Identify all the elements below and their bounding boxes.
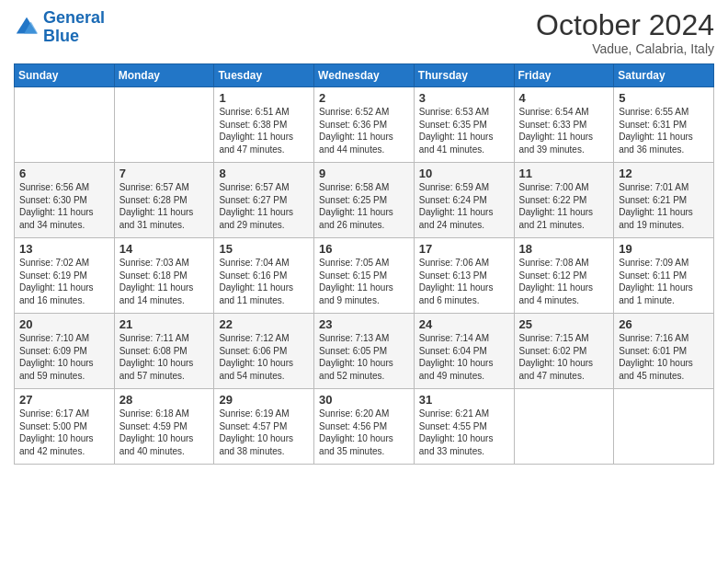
weekday-header-row: SundayMondayTuesdayWednesdayThursdayFrid… (15, 64, 714, 87)
calendar-cell: 28Sunrise: 6:18 AM Sunset: 4:59 PM Dayli… (114, 389, 214, 465)
calendar-table: SundayMondayTuesdayWednesdayThursdayFrid… (14, 63, 714, 465)
day-number: 26 (619, 317, 709, 331)
day-info: Sunrise: 6:17 AM Sunset: 5:00 PM Dayligh… (19, 408, 109, 457)
calendar-cell (514, 389, 614, 465)
calendar-cell: 6Sunrise: 6:56 AM Sunset: 6:30 PM Daylig… (15, 163, 115, 238)
weekday-header-wednesday: Wednesday (314, 64, 415, 87)
calendar-week-row: 13Sunrise: 7:02 AM Sunset: 6:19 PM Dayli… (15, 238, 714, 314)
day-info: Sunrise: 6:19 AM Sunset: 4:57 PM Dayligh… (219, 408, 309, 457)
calendar-cell: 22Sunrise: 7:12 AM Sunset: 6:06 PM Dayli… (214, 314, 314, 389)
calendar-cell: 10Sunrise: 6:59 AM Sunset: 6:24 PM Dayli… (414, 163, 514, 238)
day-number: 31 (419, 393, 509, 407)
calendar-week-row: 1Sunrise: 6:51 AM Sunset: 6:38 PM Daylig… (15, 87, 714, 163)
day-number: 29 (219, 393, 309, 407)
day-number: 19 (619, 242, 709, 256)
day-info: Sunrise: 7:14 AM Sunset: 6:04 PM Dayligh… (419, 332, 509, 382)
day-info: Sunrise: 7:03 AM Sunset: 6:18 PM Dayligh… (119, 257, 210, 306)
day-number: 3 (419, 91, 509, 105)
day-info: Sunrise: 6:57 AM Sunset: 6:27 PM Dayligh… (219, 181, 309, 231)
calendar-cell: 25Sunrise: 7:15 AM Sunset: 6:02 PM Dayli… (514, 314, 614, 389)
day-number: 15 (219, 242, 309, 256)
calendar-cell: 27Sunrise: 6:17 AM Sunset: 5:00 PM Dayli… (15, 389, 115, 465)
day-number: 18 (519, 242, 609, 256)
calendar-cell (15, 87, 115, 163)
day-number: 22 (219, 317, 309, 331)
day-number: 17 (419, 242, 509, 256)
calendar-cell: 9Sunrise: 6:58 AM Sunset: 6:25 PM Daylig… (314, 163, 415, 238)
weekday-header-tuesday: Tuesday (214, 64, 314, 87)
calendar-cell: 24Sunrise: 7:14 AM Sunset: 6:04 PM Dayli… (414, 314, 514, 389)
day-info: Sunrise: 7:16 AM Sunset: 6:01 PM Dayligh… (619, 332, 709, 382)
calendar-cell: 4Sunrise: 6:54 AM Sunset: 6:33 PM Daylig… (514, 87, 614, 163)
day-number: 28 (119, 393, 210, 407)
header: General Blue October 2024 Vadue, Calabri… (14, 9, 714, 56)
day-number: 4 (519, 91, 609, 105)
day-number: 7 (119, 167, 210, 180)
calendar-cell (114, 87, 214, 163)
day-info: Sunrise: 7:06 AM Sunset: 6:13 PM Dayligh… (419, 257, 509, 306)
day-number: 20 (19, 317, 109, 331)
calendar-cell: 7Sunrise: 6:57 AM Sunset: 6:28 PM Daylig… (114, 163, 214, 238)
calendar-cell: 17Sunrise: 7:06 AM Sunset: 6:13 PM Dayli… (414, 238, 514, 314)
calendar-cell: 14Sunrise: 7:03 AM Sunset: 6:18 PM Dayli… (114, 238, 214, 314)
day-info: Sunrise: 7:15 AM Sunset: 6:02 PM Dayligh… (519, 332, 609, 382)
calendar-cell: 2Sunrise: 6:52 AM Sunset: 6:36 PM Daylig… (314, 87, 415, 163)
day-info: Sunrise: 7:05 AM Sunset: 6:15 PM Dayligh… (319, 257, 409, 306)
day-info: Sunrise: 6:58 AM Sunset: 6:25 PM Dayligh… (319, 181, 409, 231)
day-number: 24 (419, 317, 509, 331)
day-info: Sunrise: 6:20 AM Sunset: 4:56 PM Dayligh… (319, 408, 409, 457)
day-number: 11 (519, 167, 609, 180)
day-number: 21 (119, 317, 210, 331)
calendar-cell: 8Sunrise: 6:57 AM Sunset: 6:27 PM Daylig… (214, 163, 314, 238)
calendar-week-row: 20Sunrise: 7:10 AM Sunset: 6:09 PM Dayli… (15, 314, 714, 389)
day-info: Sunrise: 7:01 AM Sunset: 6:21 PM Dayligh… (619, 181, 709, 231)
day-number: 16 (319, 242, 409, 256)
calendar-cell: 16Sunrise: 7:05 AM Sunset: 6:15 PM Dayli… (314, 238, 415, 314)
day-number: 8 (219, 167, 309, 180)
day-number: 2 (319, 91, 409, 105)
day-number: 30 (319, 393, 409, 407)
day-info: Sunrise: 7:08 AM Sunset: 6:12 PM Dayligh… (519, 257, 609, 306)
calendar-cell: 29Sunrise: 6:19 AM Sunset: 4:57 PM Dayli… (214, 389, 314, 465)
calendar-cell: 12Sunrise: 7:01 AM Sunset: 6:21 PM Dayli… (614, 163, 714, 238)
day-info: Sunrise: 6:56 AM Sunset: 6:30 PM Dayligh… (19, 181, 109, 231)
day-number: 5 (619, 91, 709, 105)
day-info: Sunrise: 7:02 AM Sunset: 6:19 PM Dayligh… (19, 257, 109, 306)
day-info: Sunrise: 6:53 AM Sunset: 6:35 PM Dayligh… (419, 106, 509, 155)
weekday-header-sunday: Sunday (15, 64, 115, 87)
calendar-cell: 11Sunrise: 7:00 AM Sunset: 6:22 PM Dayli… (514, 163, 614, 238)
day-info: Sunrise: 6:57 AM Sunset: 6:28 PM Dayligh… (119, 181, 210, 231)
calendar-cell: 13Sunrise: 7:02 AM Sunset: 6:19 PM Dayli… (15, 238, 115, 314)
page: General Blue October 2024 Vadue, Calabri… (0, 0, 728, 563)
day-number: 23 (319, 317, 409, 331)
day-info: Sunrise: 7:09 AM Sunset: 6:11 PM Dayligh… (619, 257, 709, 306)
logo: General Blue (14, 9, 105, 46)
weekday-header-monday: Monday (114, 64, 214, 87)
weekday-header-friday: Friday (514, 64, 614, 87)
logo-icon (14, 15, 40, 40)
calendar-cell: 30Sunrise: 6:20 AM Sunset: 4:56 PM Dayli… (314, 389, 415, 465)
day-info: Sunrise: 6:21 AM Sunset: 4:55 PM Dayligh… (419, 408, 509, 457)
day-number: 13 (19, 242, 109, 256)
day-info: Sunrise: 6:59 AM Sunset: 6:24 PM Dayligh… (419, 181, 509, 231)
calendar-cell: 5Sunrise: 6:55 AM Sunset: 6:31 PM Daylig… (614, 87, 714, 163)
day-info: Sunrise: 7:00 AM Sunset: 6:22 PM Dayligh… (519, 181, 609, 231)
weekday-header-thursday: Thursday (414, 64, 514, 87)
day-info: Sunrise: 6:51 AM Sunset: 6:38 PM Dayligh… (219, 106, 309, 155)
day-info: Sunrise: 6:55 AM Sunset: 6:31 PM Dayligh… (619, 106, 709, 155)
day-number: 9 (319, 167, 409, 180)
day-number: 1 (219, 91, 309, 105)
calendar-cell: 23Sunrise: 7:13 AM Sunset: 6:05 PM Dayli… (314, 314, 415, 389)
day-info: Sunrise: 7:11 AM Sunset: 6:08 PM Dayligh… (119, 332, 210, 382)
calendar-cell: 15Sunrise: 7:04 AM Sunset: 6:16 PM Dayli… (214, 238, 314, 314)
calendar-cell: 3Sunrise: 6:53 AM Sunset: 6:35 PM Daylig… (414, 87, 514, 163)
calendar-cell: 20Sunrise: 7:10 AM Sunset: 6:09 PM Dayli… (15, 314, 115, 389)
calendar-cell: 1Sunrise: 6:51 AM Sunset: 6:38 PM Daylig… (214, 87, 314, 163)
day-info: Sunrise: 6:54 AM Sunset: 6:33 PM Dayligh… (519, 106, 609, 155)
calendar-cell: 19Sunrise: 7:09 AM Sunset: 6:11 PM Dayli… (614, 238, 714, 314)
day-number: 27 (19, 393, 109, 407)
day-number: 6 (19, 167, 109, 180)
weekday-header-saturday: Saturday (614, 64, 714, 87)
day-info: Sunrise: 6:18 AM Sunset: 4:59 PM Dayligh… (119, 408, 210, 457)
calendar-cell: 18Sunrise: 7:08 AM Sunset: 6:12 PM Dayli… (514, 238, 614, 314)
